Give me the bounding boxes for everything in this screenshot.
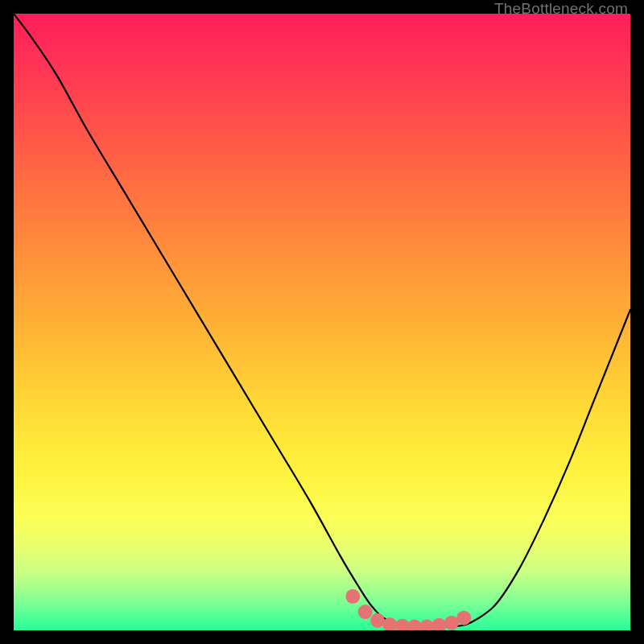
highlight-dot <box>444 616 459 630</box>
highlight-dot <box>345 589 360 604</box>
chart-stage: TheBottleneck.com <box>0 0 644 644</box>
plot-frame <box>14 14 630 630</box>
highlight-dot <box>395 619 410 630</box>
highlight-dot <box>432 618 447 630</box>
highlight-dot <box>407 619 422 630</box>
watermark-text: TheBottleneck.com <box>494 0 628 18</box>
highlight-dot <box>370 613 385 628</box>
highlight-dot <box>358 605 373 619</box>
highlight-dot <box>456 611 471 625</box>
curve-layer <box>14 14 630 630</box>
bottleneck-curve <box>14 14 630 627</box>
highlight-dot <box>419 619 434 630</box>
